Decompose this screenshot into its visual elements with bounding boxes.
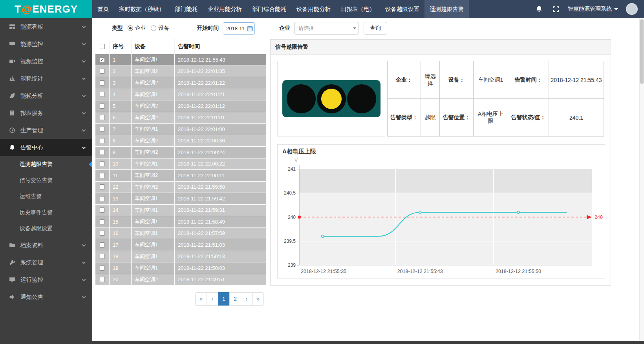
row-checkbox[interactable] xyxy=(95,112,110,124)
row-checkbox[interactable] xyxy=(95,147,110,158)
sidebar-subitem[interactable]: 历史事件告警 xyxy=(0,204,92,220)
row-checkbox[interactable] xyxy=(95,170,110,182)
sidebar-item-label: 能源看板 xyxy=(20,23,82,31)
nav-item[interactable]: 设备越限设置 xyxy=(380,0,424,18)
page-button[interactable]: ‹ xyxy=(207,292,218,306)
avatar[interactable] xyxy=(626,3,638,15)
nav-item[interactable]: 设备用能分析 xyxy=(291,0,336,18)
sidebar-item[interactable]: 告警中心 xyxy=(0,139,92,156)
cell-device: 车间空调2 xyxy=(132,170,175,182)
header-checkbox[interactable] xyxy=(95,39,110,54)
sidebar-subitem[interactable]: 运维告警 xyxy=(0,188,92,204)
sidebar-subitem[interactable]: 设备越限设置 xyxy=(0,220,92,237)
row-checkbox[interactable] xyxy=(95,100,110,112)
page-button[interactable]: 1 xyxy=(218,292,230,306)
row-checkbox[interactable] xyxy=(95,77,110,89)
type-radio[interactable]: 企业 xyxy=(128,25,146,32)
sidebar-item[interactable]: 系统管理 xyxy=(0,254,92,271)
nav-item[interactable]: 部门综合能耗 xyxy=(247,0,291,18)
sidebar-item[interactable]: 视频监控 xyxy=(0,53,92,70)
row-checkbox[interactable] xyxy=(95,216,110,228)
sidebar-item[interactable]: 档案资料 xyxy=(0,237,92,254)
table-row[interactable]: 7车间空调12018-11-22 22:01:00 xyxy=(95,124,266,135)
row-checkbox[interactable] xyxy=(95,205,110,217)
nav-item[interactable]: 部门能耗 xyxy=(170,0,203,18)
table-row[interactable]: 9车间空调22018-11-22 22:00:24 xyxy=(95,147,266,158)
sidebar-item[interactable]: 生产管理 xyxy=(0,122,92,139)
cell-time: 2018-11-22 22:01:22 xyxy=(175,77,266,89)
table-row[interactable]: 1车间空调12018-12-12 21:55:43 xyxy=(95,54,266,66)
row-checkbox[interactable] xyxy=(95,124,110,135)
table-row[interactable]: 10车间空调12018-11-22 22:00:22 xyxy=(95,158,266,170)
sidebar-item[interactable]: 能源看板 xyxy=(0,18,92,35)
table-row[interactable]: 11车间空调22018-11-22 22:00:11 xyxy=(95,170,266,182)
page-button[interactable]: 2 xyxy=(229,292,241,306)
row-checkbox[interactable] xyxy=(95,66,110,78)
row-checkbox[interactable] xyxy=(95,262,110,274)
table-row[interactable]: 20车间空调22018-11-22 21:49:51 xyxy=(95,274,266,286)
company-label: 企业 xyxy=(279,25,290,32)
start-time-label: 开始时间 xyxy=(197,25,219,32)
calendar-icon[interactable] xyxy=(247,25,253,31)
table-row[interactable]: 13车间空调12018-11-22 21:59:42 xyxy=(95,193,266,205)
sidebar-item[interactable]: 通知公告 xyxy=(0,288,92,306)
nav-item[interactable]: 日报表（电） xyxy=(336,0,380,18)
table-row[interactable]: 6车间空调22018-11-22 22:01:01 xyxy=(95,112,266,124)
page-button[interactable]: › xyxy=(241,292,252,306)
row-checkbox[interactable] xyxy=(95,251,110,263)
row-checkbox[interactable] xyxy=(95,228,110,240)
app-root: T @ ENERGY 首页实时数据（秒级）部门能耗企业用能分析部门综合能耗设备用… xyxy=(0,0,644,344)
nav-item[interactable]: 企业用能分析 xyxy=(203,0,247,18)
type-radio[interactable]: 设备 xyxy=(151,25,169,32)
sidebar-item[interactable]: 能耗统计 xyxy=(0,70,92,87)
table-row[interactable]: 3车间空调22018-11-22 22:01:22 xyxy=(95,77,266,89)
chevron-down-icon xyxy=(82,260,86,264)
row-checkbox[interactable] xyxy=(95,182,110,193)
bell-icon[interactable] xyxy=(535,5,543,13)
table-row[interactable]: 8车间空调22018-11-22 22:00:36 xyxy=(95,135,266,147)
fullscreen-icon[interactable] xyxy=(551,5,560,13)
table-row[interactable]: 15车间空调12018-11-22 21:58:49 xyxy=(95,216,266,228)
svg-text:2018-12-12 21:55:35: 2018-12-12 21:55:35 xyxy=(301,269,346,274)
vertical-scrollbar[interactable] xyxy=(639,18,644,341)
scrollbar-thumb[interactable] xyxy=(640,19,644,84)
sidebar-item[interactable]: 能源监控 xyxy=(0,35,92,53)
info-value-device: 车间空调1 xyxy=(474,61,508,99)
row-checkbox[interactable] xyxy=(95,89,110,101)
cell-time: 2018-11-22 21:49:51 xyxy=(175,274,266,286)
row-checkbox[interactable] xyxy=(95,54,110,66)
table-row[interactable]: 18车间空调12018-11-22 21:50:13 xyxy=(95,251,266,263)
table-row[interactable]: 17车间空调12018-11-22 21:51:03 xyxy=(95,239,266,251)
cell-time: 2018-11-22 22:01:21 xyxy=(175,89,266,101)
cell-time: 2018-11-22 21:57:59 xyxy=(175,228,266,240)
nav-item[interactable]: 遥测越限告警 xyxy=(424,0,469,18)
query-button[interactable]: 查询 xyxy=(364,22,387,35)
row-checkbox[interactable] xyxy=(95,193,110,205)
nav-item[interactable]: 实时数据（秒级） xyxy=(114,0,170,18)
nav-item[interactable]: 首页 xyxy=(92,0,114,18)
alarm-icon xyxy=(9,144,16,151)
sidebar-item-label: 运行监控 xyxy=(20,276,82,284)
table-row[interactable]: 19车间空调12018-11-22 21:50:03 xyxy=(95,262,266,274)
row-checkbox[interactable] xyxy=(95,239,110,251)
row-checkbox[interactable] xyxy=(95,135,110,147)
sidebar-subitem[interactable]: 信号变位告警 xyxy=(0,172,92,188)
table-row[interactable]: 14车间空调12018-11-22 21:59:31 xyxy=(95,205,266,217)
sidebar-item[interactable]: 运行监控 xyxy=(0,271,92,288)
table-row[interactable]: 4车间空调12018-11-22 22:01:21 xyxy=(95,89,266,101)
table-row[interactable]: 12车间空调22018-11-22 21:59:58 xyxy=(95,182,266,193)
page-button[interactable]: » xyxy=(252,292,264,306)
page-button[interactable]: « xyxy=(195,292,207,306)
row-checkbox[interactable] xyxy=(95,158,110,170)
sidebar-subitem[interactable]: 遥测越限告警 xyxy=(0,156,92,172)
company-select[interactable]: 请选择 xyxy=(294,22,359,35)
checkbox-icon xyxy=(100,104,105,109)
sidebar-item[interactable]: 能耗分析 xyxy=(0,87,92,104)
table-row[interactable]: 2车间空调22018-11-22 22:01:35 xyxy=(95,66,266,78)
sidebar-item[interactable]: 报表服务 xyxy=(0,104,92,122)
system-menu[interactable]: 智慧能源管理系统 xyxy=(568,5,618,13)
row-checkbox[interactable] xyxy=(95,274,110,286)
table-row[interactable]: 5车间空调22018-11-22 22:01:12 xyxy=(95,100,266,112)
svg-text:V: V xyxy=(295,158,298,163)
table-row[interactable]: 16车间空调12018-11-22 21:57:59 xyxy=(95,228,266,240)
